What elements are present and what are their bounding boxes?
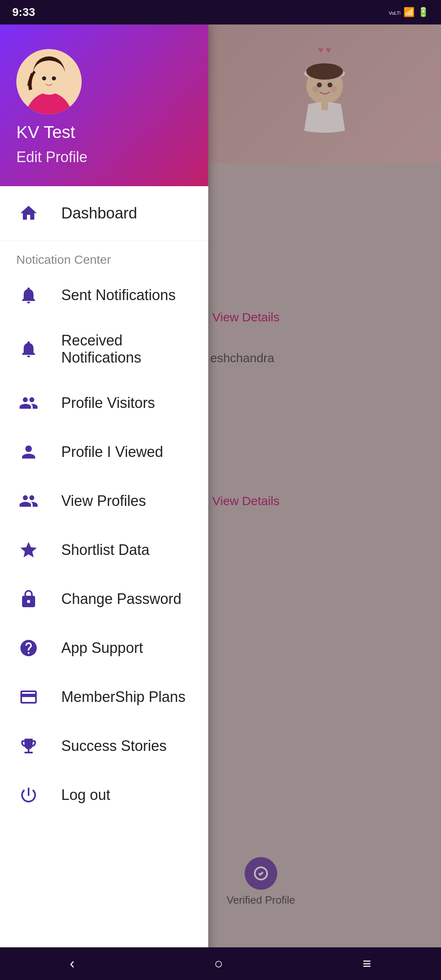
sent-notifications-item[interactable]: Sent Notifications [0,271,208,320]
back-button[interactable]: ‹ [58,951,87,976]
membership-icon [16,685,41,709]
profile-viewed-icon [16,440,41,464]
logout-item[interactable]: Log out [0,771,208,820]
received-notifications-item[interactable]: Received Notifications [0,320,208,379]
svg-point-13 [52,76,56,80]
dim-overlay [208,24,441,980]
lock-icon [16,587,41,611]
dashboard-item[interactable]: Dashboard [0,186,208,241]
svg-point-12 [42,76,46,80]
profile-visitors-item[interactable]: Profile Visitors [0,379,208,428]
home-icon [16,201,41,225]
battery-icon: 🔋 [418,7,429,18]
menu-button[interactable]: ≡ [350,951,383,976]
shortlist-data-item[interactable]: Shortlist Data [0,526,208,575]
bell-sent-icon [16,283,41,307]
dashboard-label: Dashboard [61,205,137,222]
svg-text:VoLTE: VoLTE [389,10,400,16]
bell-received-icon [16,337,41,361]
view-profiles-icon [16,489,41,513]
status-time: 9:33 [12,6,35,19]
avatar[interactable] [16,49,82,114]
signal-bars: 📶 [403,7,414,18]
shortlist-data-label: Shortlist Data [61,541,149,559]
profile-visitors-icon [16,391,41,415]
side-drawer: KV Test Edit Profile Dashboard Noticatio… [0,24,208,980]
sent-notifications-label: Sent Notifications [61,287,176,304]
view-profiles-item[interactable]: View Profiles [0,477,208,526]
change-password-label: Change Password [61,590,181,608]
status-icons: VoLTE 📶 🔋 [389,5,429,19]
membership-plans-item[interactable]: MemberShip Plans [0,673,208,722]
app-support-item[interactable]: App Support [0,624,208,673]
power-icon [16,783,41,807]
view-profiles-label: View Profiles [61,492,146,510]
drawer-header: KV Test Edit Profile [0,24,208,186]
received-notifications-label: Received Notifications [61,332,192,366]
profile-i-viewed-item[interactable]: Profile I Viewed [0,428,208,477]
success-stories-label: Success Stories [61,737,167,755]
app-support-label: App Support [61,639,143,657]
success-stories-item[interactable]: Success Stories [0,722,208,771]
trophy-icon [16,734,41,758]
profile-i-viewed-label: Profile I Viewed [61,443,163,461]
home-button[interactable]: ○ [202,951,236,976]
status-bar: 9:33 VoLTE 📶 🔋 [0,0,441,24]
logout-label: Log out [61,786,110,804]
change-password-item[interactable]: Change Password [0,575,208,624]
profile-visitors-label: Profile Visitors [61,394,155,412]
star-icon [16,538,41,562]
network-icon: VoLTE [389,5,400,19]
svg-point-11 [33,62,65,95]
edit-profile-link[interactable]: Edit Profile [16,149,87,166]
membership-plans-label: MemberShip Plans [61,688,185,706]
section-notification-center: Notication Center [0,241,208,271]
user-name: KV Test [16,122,75,142]
bottom-navigation: ‹ ○ ≡ [0,947,441,980]
support-icon [16,636,41,660]
